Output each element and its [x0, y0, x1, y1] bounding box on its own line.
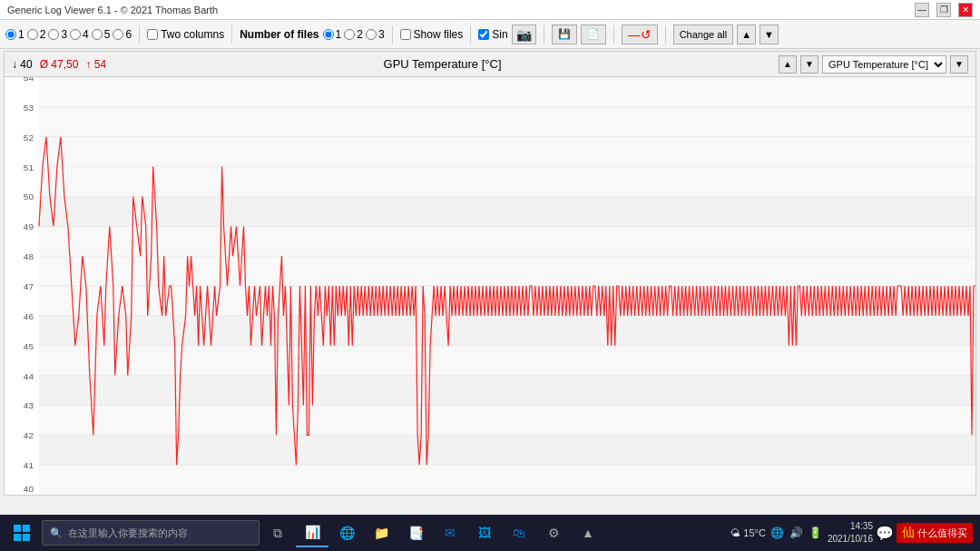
edge-icon: 🌐 — [339, 526, 355, 540]
start-button[interactable] — [4, 518, 40, 547]
app-title: Generic Log Viewer 6.1 - © 2021 Thomas B… — [7, 5, 218, 15]
arrow-down-button[interactable]: ▼ — [760, 25, 779, 44]
search-icon: 🔍 — [50, 527, 63, 539]
app-icon-edge[interactable]: 🌐 — [330, 518, 363, 547]
num-files-radio-1[interactable]: 1 — [323, 28, 342, 41]
svg-text:48: 48 — [24, 251, 34, 261]
stat-max: ↑ 54 — [85, 58, 106, 71]
task-view-button[interactable]: ⧉ — [261, 518, 294, 547]
powerpoint-icon: 📑 — [408, 526, 424, 540]
taskbar-search[interactable]: 🔍 在这里输入你要搜索的内容 — [42, 520, 260, 546]
svg-rect-11 — [39, 196, 975, 226]
svg-text:52: 52 — [24, 133, 34, 143]
refresh-icon: —↺ — [628, 27, 652, 42]
settings-icon: ⚙ — [548, 526, 560, 540]
restore-button[interactable]: ❐ — [936, 3, 951, 17]
save-icon: 💾 — [558, 28, 571, 40]
svg-text:54: 54 — [24, 77, 34, 83]
system-tray: 🌐 🔊 🔋 — [769, 525, 824, 541]
app-icon-photos[interactable]: 🖼 — [468, 518, 501, 547]
graph-controls: ▲ ▼ GPU Temperature [°C] ▼ — [779, 55, 968, 74]
window-controls: — ❐ ✕ — [915, 3, 973, 17]
up-arrow-icon: ▲ — [582, 526, 594, 540]
arrow-up-button[interactable]: ▲ — [737, 25, 756, 44]
load-button[interactable]: 📄 — [581, 25, 606, 44]
num-files-label: Number of files — [240, 28, 318, 41]
file-select-group: 1 2 3 4 5 6 — [5, 28, 132, 41]
separator-1 — [139, 25, 140, 44]
separator-3 — [392, 25, 393, 44]
search-placeholder-text: 在这里输入你要搜索的内容 — [68, 526, 188, 540]
show-files-label: Show files — [414, 28, 464, 41]
two-columns-checkbox[interactable]: Two columns — [147, 28, 224, 41]
tray-battery-icon[interactable]: 🔋 — [808, 525, 824, 541]
toolbar: 1 2 3 4 5 6 Two columns Number of files … — [0, 20, 980, 49]
svg-rect-59 — [14, 534, 21, 541]
svg-text:42: 42 — [24, 430, 34, 440]
app-icon-mail[interactable]: ✉ — [434, 518, 466, 547]
refresh-button[interactable]: —↺ — [622, 25, 658, 44]
single-label: Sin — [492, 28, 507, 41]
app-icon-settings[interactable]: ⚙ — [537, 518, 570, 547]
camera-icon: 📷 — [516, 27, 532, 42]
graph-header: ↓ 40 Ø 47,50 ↑ 54 GPU Temperature [°C] ▲… — [5, 52, 975, 77]
photos-icon: 🖼 — [478, 526, 491, 540]
close-button[interactable]: ✕ — [958, 3, 973, 17]
change-all-label: Change all — [680, 29, 728, 40]
app-icon-explorer[interactable]: 📁 — [365, 518, 397, 547]
file-radio-3[interactable]: 3 — [48, 28, 67, 41]
notification-icon[interactable]: 💬 — [877, 525, 893, 541]
separator-6 — [613, 25, 614, 44]
svg-text:47: 47 — [24, 281, 34, 291]
titlebar: Generic Log Viewer 6.1 - © 2021 Thomas B… — [0, 0, 980, 20]
save-button[interactable]: 💾 — [552, 25, 577, 44]
num-files-radio-3[interactable]: 3 — [366, 28, 385, 41]
app-icon-store[interactable]: 🛍 — [503, 518, 535, 547]
chart-svg: 54 53 52 51 50 49 48 47 46 45 44 43 — [5, 77, 975, 495]
load-icon: 📄 — [587, 28, 600, 40]
explorer-icon: 📁 — [374, 526, 389, 540]
taskbar-date-display: 2021/10/16 — [828, 533, 873, 546]
file-radio-4[interactable]: 4 — [70, 28, 89, 41]
stat-avg: Ø 47,50 — [40, 58, 79, 71]
graph-expand[interactable]: ▼ — [950, 55, 968, 74]
separator-2 — [231, 25, 232, 44]
minimize-button[interactable]: — — [915, 3, 929, 17]
tray-network-icon[interactable]: 🌐 — [769, 525, 786, 541]
num-files-group: 1 2 3 — [323, 28, 385, 41]
tray-volume-icon[interactable]: 🔊 — [789, 525, 805, 541]
arrow-down-icon: ▼ — [764, 29, 774, 40]
graph-scroll-up[interactable]: ▲ — [779, 55, 797, 74]
svg-text:51: 51 — [24, 162, 34, 172]
file-radio-1[interactable]: 1 — [5, 28, 24, 41]
file-radio-5[interactable]: 5 — [92, 28, 111, 41]
mail-icon: ✉ — [445, 526, 456, 540]
file-radio-2[interactable]: 2 — [27, 28, 46, 41]
separator-5 — [544, 25, 544, 44]
svg-text:41: 41 — [24, 460, 34, 470]
show-files-checkbox[interactable]: Show files — [400, 28, 464, 41]
weather-widget[interactable]: 🌤 15°C — [730, 527, 766, 538]
file-radio-6[interactable]: 6 — [113, 28, 132, 41]
graph-container: ↓ 40 Ø 47,50 ↑ 54 GPU Temperature [°C] ▲… — [4, 51, 976, 496]
svg-text:45: 45 — [24, 341, 34, 351]
camera-button[interactable]: 📷 — [512, 25, 536, 44]
windows-icon — [13, 524, 31, 542]
single-checkbox[interactable]: Sin — [478, 28, 507, 41]
app-icon-up[interactable]: ▲ — [572, 518, 604, 547]
brand-icon: 仙 — [902, 525, 915, 541]
svg-rect-60 — [23, 534, 30, 541]
separator-7 — [665, 25, 666, 44]
graph-title: GPU Temperature [°C] — [106, 57, 779, 71]
store-icon: 🛍 — [513, 526, 525, 540]
brand-text: 什么值得买 — [917, 526, 967, 540]
graph-scroll-down[interactable]: ▼ — [800, 55, 818, 74]
taskbar-clock[interactable]: 14:35 2021/10/16 — [828, 520, 873, 546]
change-all-button[interactable]: Change all — [673, 25, 734, 44]
num-files-radio-2[interactable]: 2 — [344, 28, 363, 41]
svg-rect-30 — [39, 435, 975, 465]
app-icon-glv[interactable]: 📊 — [296, 518, 328, 547]
brand-area: 仙 什么值得买 — [897, 523, 973, 543]
graph-dropdown[interactable]: GPU Temperature [°C] — [822, 55, 946, 74]
app-icon-powerpoint[interactable]: 📑 — [399, 518, 432, 547]
